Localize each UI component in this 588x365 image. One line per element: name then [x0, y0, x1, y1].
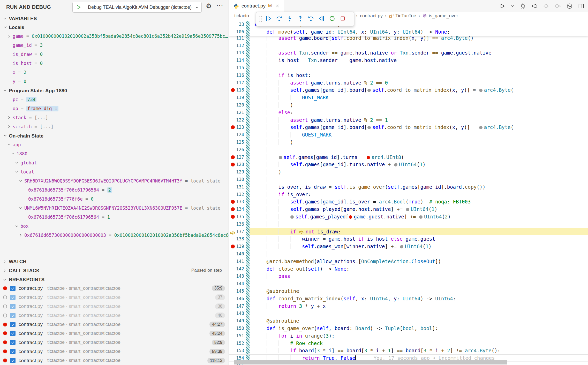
source-control-graph-icon[interactable] [566, 3, 573, 9]
debug-continue-button[interactable] [263, 13, 274, 25]
start-debug-button[interactable] [73, 2, 84, 12]
chevron-right-icon[interactable] [7, 125, 11, 129]
line-content[interactable]: @subroutine [255, 317, 299, 325]
line-number[interactable]: 141 [229, 258, 244, 265]
code-line-138[interactable]: 138 winner = game.host if is_host else g… [229, 235, 588, 243]
variable-row-UNML6W5NVHRIKTEOZAA4NI2S[interactable]: UNML6W5NVHRIKTEOZAA4NI2SWQROSGNFNY2QS523… [0, 204, 229, 213]
line-number[interactable]: 115 [229, 64, 244, 72]
line-number[interactable]: 127 [229, 154, 244, 161]
inline-breakpoint-icon[interactable] [349, 215, 352, 219]
line-number[interactable]: 131 [229, 183, 244, 191]
chevron-down-icon[interactable] [3, 134, 7, 138]
section-header-breakpoints[interactable]: BREAKPOINTS [0, 275, 229, 284]
code-line-129[interactable]: 129 ) [229, 168, 588, 176]
line-number[interactable]: 137 [229, 228, 244, 235]
inline-breakpoint-candidate-icon[interactable] [406, 208, 409, 211]
breakpoint-checkbox[interactable] [10, 295, 16, 300]
code-line-145[interactable]: 145 @subroutine [229, 287, 588, 295]
line-number[interactable]: 114 [229, 57, 244, 64]
code-line-128[interactable]: 128 self.games[game_id].turns.native + U… [229, 161, 588, 168]
variable-row-0x67616d6573000000000000[interactable]: 0x67616d6573000000000000000003 = 0x01000… [0, 231, 229, 240]
line-content[interactable]: is_host = Txn.sender == game.host.native [255, 57, 397, 64]
debug-reverse-continue-button[interactable] [316, 13, 327, 25]
line-number[interactable]: 134 [229, 206, 244, 213]
line-number[interactable]: 130 [229, 176, 244, 183]
line-content[interactable]: if is_host: [255, 72, 311, 79]
line-content[interactable]: ) [255, 101, 293, 109]
code-line-115[interactable]: 115 [229, 64, 588, 72]
breadcrumb-item-tictactoe[interactable]: TicTacToe [389, 13, 416, 19]
line-content[interactable]: self.games[game_id].turns.native + UInt6… [255, 161, 426, 168]
code-line-141[interactable]: 141 @arc4.baremethod(allow_actions=[OnCo… [229, 258, 588, 265]
line-content[interactable]: HOST_MARK [255, 94, 329, 101]
debug-step-over-button[interactable] [274, 13, 284, 25]
line-content[interactable] [255, 280, 267, 287]
line-content[interactable]: GUEST_MARK [255, 131, 331, 139]
code-line-122[interactable]: 122 assert game.turns.native % 2 == 1 [229, 116, 588, 124]
breakpoint-checkbox[interactable] [10, 304, 16, 309]
tab-contract-py[interactable]: contract.py M [229, 0, 284, 12]
line-number[interactable]: 112 [229, 42, 244, 49]
variable-row-On-chainState[interactable]: On-chain State [0, 131, 229, 140]
line-number[interactable]: 106 [229, 28, 244, 36]
line-content[interactable]: is_over, is_draw = self.is_game_over(sel… [255, 183, 485, 191]
code-editor[interactable]: 111 assert game.board[self.coord_to_matr… [229, 21, 588, 365]
code-line-153[interactable]: 153 if board[3 * i] == board[3 * i + 1] … [229, 347, 588, 354]
line-number[interactable]: 121 [229, 109, 244, 116]
line-number[interactable]: 126 [229, 146, 244, 154]
horizontal-scrollbar[interactable] [234, 360, 507, 364]
line-number[interactable]: 152 [229, 340, 244, 347]
inline-breakpoint-candidate-icon[interactable] [279, 156, 282, 159]
code-line-146[interactable]: 146 def coord_to_matrix_index(self, x: U… [229, 295, 588, 302]
line-content[interactable]: for i in urange(3): [255, 332, 335, 340]
breakpoint-checkbox[interactable] [10, 313, 16, 318]
close-icon[interactable] [275, 4, 280, 8]
variable-row-global[interactable]: global [0, 158, 229, 168]
code-line-144[interactable]: 144 [229, 280, 588, 287]
code-line-139[interactable]: 139 self.games_won[winner.native] += UIn… [229, 243, 588, 250]
line-number[interactable]: 118 [229, 86, 244, 94]
code-line-151[interactable]: 151 for i in urange(3): [229, 332, 588, 340]
variable-row-0x67616d65735f706c617965[interactable]: 0x67616d65735f706c61796564 = 2 [0, 186, 229, 195]
code-line-117[interactable]: 117 assert game.turns.native % 2 == 0 [229, 79, 588, 87]
chevron-down-icon[interactable] [15, 170, 19, 174]
debug-step-out-button[interactable] [295, 13, 306, 25]
debug-step-back-button[interactable] [306, 13, 316, 25]
line-number[interactable]: 150 [229, 325, 244, 332]
code-line-123[interactable]: 123 self.games[game_id].board[self.coord… [229, 124, 588, 131]
previous-change-icon[interactable] [531, 3, 538, 9]
breakpoint-checkbox[interactable] [10, 340, 16, 345]
line-content[interactable] [255, 64, 278, 72]
chevron-down-icon[interactable] [3, 88, 7, 93]
line-content[interactable]: if not is_draw: [255, 228, 341, 235]
line-number[interactable]: 117 [229, 79, 244, 87]
line-number[interactable]: 113 [229, 49, 244, 57]
code-line-126[interactable]: 126 [229, 146, 588, 154]
line-number[interactable]: 122 [229, 116, 244, 124]
variable-row-app[interactable]: app [0, 140, 229, 149]
inline-breakpoint-candidate-icon[interactable] [419, 215, 423, 219]
variable-row-local[interactable]: local [0, 168, 229, 177]
line-number[interactable]: 140 [229, 250, 244, 258]
line-content[interactable]: @subroutine [255, 287, 299, 295]
line-content[interactable] [255, 220, 290, 228]
debug-config-dropdown[interactable]: Debug TEAL via AlgoKit AVM Debugger (tic… [72, 2, 202, 13]
variable-row-op[interactable]: op = frame_dig 1 [0, 104, 229, 113]
code-line-121[interactable]: 121 else: [229, 109, 588, 116]
chevron-down-icon[interactable] [19, 179, 23, 183]
line-content[interactable]: self.games[game_id].is_over = arc4.Bool(… [255, 198, 471, 206]
variable-row-game[interactable]: game = 0x010000000102010002a358bf5bada9e… [0, 32, 229, 41]
inline-breakpoint-candidate-icon[interactable] [394, 163, 397, 166]
code-line-113[interactable]: 113 assert Txn.sender == game.host.nativ… [229, 49, 588, 57]
code-line-143[interactable]: 143 pass [229, 272, 588, 280]
chevron-down-icon[interactable] [11, 152, 15, 156]
variable-row-0x67616d65735f776f6e[interactable]: 0x67616d65735f776f6e = 0 [0, 195, 229, 204]
line-content[interactable] [255, 146, 278, 154]
breadcrumb-item-contract-py[interactable]: contract.py [360, 13, 383, 19]
more-actions-icon[interactable]: ⋯ [216, 1, 223, 9]
line-content[interactable]: def coord_to_matrix_index(self, x: UInt6… [255, 295, 456, 302]
line-number[interactable]: 138 [229, 235, 244, 243]
chevron-right-icon[interactable] [7, 34, 11, 38]
breakpoint-checkbox[interactable] [10, 331, 16, 336]
line-content[interactable] [255, 42, 278, 49]
